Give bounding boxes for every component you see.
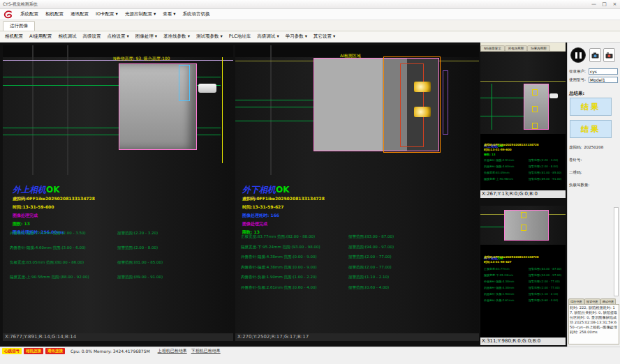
info-line: 圈数: 13 [13, 221, 95, 227]
code-value: 20250208 [584, 145, 603, 150]
camera-image-upper[interactable]: N卷绕高度: 93. 吸合高度:100 外上相机OK NG类型:0/1T 虚拟码… [3, 45, 233, 333]
green-guide-line [480, 98, 524, 98]
status-bar: 心跳信号相机连接通讯连接 Cpu: 0.0% Memory: 3424.4179… [0, 347, 620, 355]
app-window: CYS-视觉检测系统 —□× 系统配置相机配置通讯配置IO卡配置 ▾光源控制配置… [0, 0, 620, 364]
toolbar-item[interactable]: 测试项参数 ▾ [196, 33, 223, 40]
alarm-range: 报警范围:(2.00 - 8.00) [117, 245, 158, 250]
guide-line [480, 81, 566, 82]
code-row: 虚拟码: 20250208 [569, 145, 619, 150]
measurement-row: 隔膜宽度-上:90.56mm 范围:(88.00 - 92.00) 报警范围:(… [10, 275, 230, 280]
ok-status: OK [46, 185, 60, 195]
info-line: 虚拟码:0FF1ike20250208133134728 [484, 255, 539, 259]
info-line: 图像处理耗时: 166 [242, 213, 325, 219]
info-line: 图像处理完成 [242, 221, 325, 227]
code-label: 二维码: [569, 170, 582, 175]
status-link[interactable]: 下相机已检结果 [191, 348, 221, 354]
info-line: 图像处理完成 [13, 213, 95, 219]
toolbar-item[interactable]: 其它设置 ▾ [313, 33, 335, 40]
camera-view-button[interactable] [589, 48, 601, 62]
mini-camera-image-top[interactable] [480, 52, 566, 134]
mini-info-bottom: 虚拟码:0FF1ike20250208133134728时间:13-31-59-… [484, 255, 539, 265]
ai-region-label: AI检测区域 [340, 53, 361, 59]
measurement-row: 内侧卷针-隔膜:4.60mm 范围:(3.00 - 6.00) 报警范围:(2.… [10, 245, 230, 250]
measurement-value: 外侧卷针-隔膜:4.38mm [484, 280, 529, 283]
info-line: 虚拟码:0FF1ike20250208133134728 [242, 196, 325, 202]
measurement-row: 负极宽度:83.05mm 报警范围:(81.00 - 85.00) [484, 171, 561, 174]
pixel-coordinates-mini-top: X:267;Y:13;R:0;G:0;B:0 [480, 190, 566, 198]
status-links: 上相机已检结果下相机已检结果 [154, 348, 221, 354]
tab-run-image[interactable]: 运行图像 [3, 21, 35, 31]
measurement-value: 负极宽度:83.05mm 范围:(80.00 - 86.00) [10, 260, 117, 265]
measurement-row: 外侧卷针-隔膜:4.38mm 范围:(0.00 - 9.00) 报警范围:(2.… [241, 255, 476, 259]
status-badge: 心跳信号 [2, 348, 22, 354]
menu-item[interactable]: 系统配置 [20, 11, 38, 17]
toolbar-item[interactable]: 高级设置 [82, 33, 101, 40]
main-workspace: N卷绕高度: 93. 吸合高度:100 外上相机OK NG类型:0/1T 虚拟码… [0, 43, 567, 347]
measurement-row: 内侧卷针-隔膜:4.60mm 报警范围:(2.00 - 8.00) [484, 165, 561, 168]
toolbar-item[interactable]: 相机配置 [5, 33, 23, 40]
result-badge: 结果 [570, 120, 612, 138]
camera-icon [591, 52, 599, 59]
menu-item[interactable]: 查看 ▾ [163, 11, 175, 17]
window-control-button[interactable]: □ [599, 1, 610, 7]
green-guide-line [480, 227, 504, 227]
toolbar-item[interactable]: 基准线参数 ▾ [163, 33, 190, 40]
log-tab[interactable]: 调试信息 [600, 298, 617, 304]
toolbar-item[interactable]: 相机调试 [58, 33, 76, 40]
measurement-value: 隔膜宽度-上:90.56mm 范围:(88.00 - 92.00) [10, 275, 117, 280]
info-line: 圈数: 13 [484, 153, 539, 156]
menu-item[interactable]: 通讯配置 [71, 11, 89, 17]
info-line: 时间:13-31-59-627 [484, 260, 539, 264]
app-logo-icon [3, 10, 13, 19]
mini-view-tab[interactable]: 结果内视图 [527, 45, 550, 51]
camera-title: 外上相机 [13, 185, 46, 195]
yellow-reference-line [222, 57, 223, 163]
camera-image-lower[interactable]: AI检测区域 外下相机OK NG类型:0/1T 虚拟码:0FF1ike20250… [235, 45, 479, 333]
field-label: 使用型号: [569, 77, 589, 82]
toolbar-item[interactable]: 图像处理 ▾ [135, 33, 157, 40]
toolbar-item[interactable]: 高级调试 ▾ [257, 33, 279, 40]
field-row: 登录用户: [569, 68, 619, 75]
info-lines-lower: 虚拟码:0FF1ike20250208133134728时间:13-31-59-… [242, 196, 325, 238]
result-boxes: 结果结果 [568, 98, 620, 142]
mini-view-tab[interactable]: NG画面显示 [480, 45, 505, 51]
roi-box [532, 106, 538, 112]
toolbar-item[interactable]: 点检设置 ▾ [107, 33, 128, 40]
machine-strut [270, 45, 272, 175]
info-line: 时间:13-31-59-627 [242, 204, 325, 211]
measurement-row: 正极宽度:83.77mm 范围:(82.00 - 88.00) 报警范围:(83… [241, 234, 476, 239]
toolbar-item[interactable]: AI使用配置 [29, 33, 52, 40]
code-label: 负极耳数量: [569, 183, 589, 188]
green-guide-line [492, 84, 492, 130]
log-tab[interactable]: 报警信息 [584, 298, 600, 304]
measurement-row: 内侧卷针-隔膜:4.38mm 范围:(0.00 - 9.00) 报警范围:(2.… [241, 265, 476, 270]
toolbar-item[interactable]: 学习参数 ▾ [286, 33, 307, 40]
alarm-range: 报警范围:(0.60 - 4.00) [348, 285, 389, 290]
alarm-range: 报警范围:(81.00 - 85.00) [529, 171, 561, 174]
window-control-button[interactable]: × [610, 1, 620, 7]
mini-camera-image-bottom[interactable] [480, 206, 566, 245]
field-input[interactable] [589, 68, 618, 75]
menu-item[interactable]: 系统语言切换 [183, 11, 210, 17]
pause-button[interactable] [570, 47, 586, 63]
menu-items: 系统配置相机配置通讯配置IO卡配置 ▾光源控制配置 ▾查看 ▾系统语言切换 [20, 11, 210, 17]
vertical-scrollbar[interactable] [614, 207, 619, 296]
machine-strut [67, 45, 68, 175]
roi-box [521, 225, 526, 231]
menu-item[interactable]: 光源控制配置 ▾ [125, 11, 156, 17]
info-line: 时间:13-31-59-600 [484, 148, 539, 151]
menu-item[interactable]: IO卡配置 ▾ [96, 11, 118, 17]
camera-switch-button[interactable] [603, 48, 615, 62]
measurement-value: 正极宽度:83.77mm [484, 267, 529, 271]
menu-item[interactable]: 相机配置 [45, 11, 64, 17]
log-text-area[interactable]: 耗时: 222, 缺陷检测耗时: 17, 缺陷分类耗时: 0, 缺陷提取分区耗时… [568, 304, 619, 344]
toolbar-item[interactable]: PLC地址库 [229, 33, 251, 40]
field-input[interactable] [589, 77, 618, 83]
status-link[interactable]: 上相机已检结果 [158, 348, 187, 354]
mini-view-tab[interactable]: 所有内视图 [505, 45, 528, 51]
measurement-row: 隔膜宽度-下:95.24mm 报警范围:(94.00 - 97.00) [484, 273, 561, 277]
measurement-row: 外侧卷针-负极:2.61mm 范围:(0.60 - 4.00) 报警范围:(0.… [241, 285, 476, 290]
window-controls: —□× [589, 1, 620, 7]
log-tab[interactable]: 运行信息 [568, 298, 584, 304]
window-control-button[interactable]: — [589, 1, 599, 7]
